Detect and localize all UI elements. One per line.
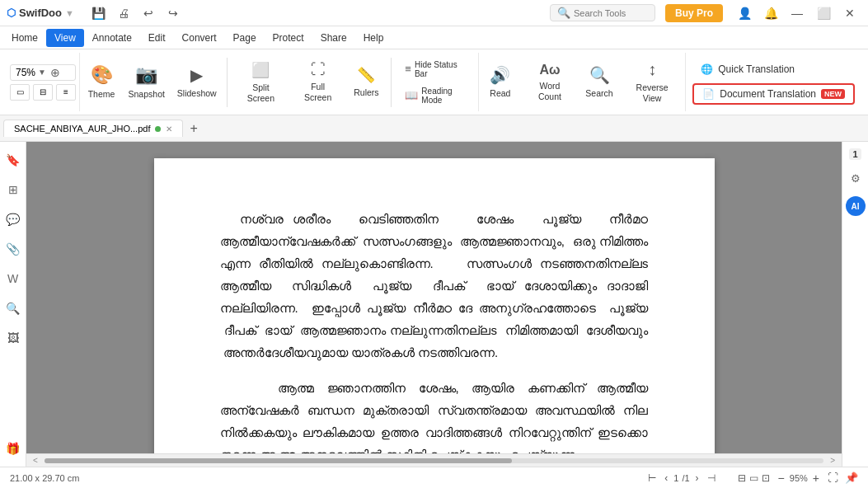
split-screen-icon: ⬜: [251, 61, 270, 79]
sidebar-comments-icon[interactable]: 💬: [2, 208, 25, 231]
menu-home[interactable]: Home: [3, 29, 46, 47]
prev-page-btn[interactable]: ‹: [662, 472, 670, 484]
pdf-scroll[interactable]: നശ്വര ശരീരം വെടിഞ്ഞതിന ശേഷം പൂജ്യ നീർമഠ …: [26, 142, 842, 453]
notifications-btn[interactable]: 🔔: [759, 2, 782, 25]
menu-convert[interactable]: Convert: [174, 29, 225, 47]
buy-pro-button[interactable]: Buy Pro: [665, 4, 723, 22]
sidebar-text-icon[interactable]: W: [2, 267, 25, 290]
menu-edit[interactable]: Edit: [140, 29, 174, 47]
sidebar-image-icon[interactable]: 🖼: [2, 326, 25, 350]
zoom-out-btn[interactable]: −: [777, 472, 786, 485]
horizontal-scrollbar[interactable]: < >: [26, 453, 842, 467]
snapshot-icon: 📷: [135, 64, 157, 86]
read-button[interactable]: 🔊 Read: [481, 54, 520, 110]
rulers-label: Rulers: [354, 87, 378, 98]
right-sidebar: 1 ⚙ AI: [842, 142, 868, 467]
status-bar: 21.00 x 29.70 cm ⊢ ‹ 1 /1 › ⊣ ⊟ ▭ ⊡ − 95…: [0, 467, 868, 488]
rulers-icon: 📏: [357, 66, 375, 84]
sidebar-filter-icon[interactable]: ⚙: [844, 167, 867, 190]
redo-btn[interactable]: ↪: [162, 2, 185, 25]
sidebar-search-icon[interactable]: 🔍: [2, 297, 25, 320]
zoom-in-icon[interactable]: ⊕: [50, 66, 60, 79]
reading-mode-button[interactable]: 📖 Reading Mode: [400, 85, 475, 106]
reading-mode-icon: 📖: [405, 89, 418, 101]
hide-status-bar-icon: ≡: [405, 63, 411, 75]
document-tab[interactable]: SACHE_ANBIYA_AUR_JHO...pdf ✕: [3, 120, 183, 137]
document-translation-label: Document Translation: [720, 88, 816, 100]
save-btn[interactable]: 💾: [87, 2, 110, 25]
word-count-button[interactable]: Aω Word Count: [522, 54, 578, 110]
theme-button[interactable]: 🎨 Theme: [82, 54, 121, 110]
hide-status-bar-button[interactable]: ≡ Hide Status Bar: [400, 59, 475, 80]
expand-btn[interactable]: ⛶: [828, 472, 838, 484]
quick-translation-label: Quick Translation: [718, 63, 795, 75]
current-page: 1: [673, 473, 678, 483]
window-controls: 🔍 Buy Pro 👤 🔔 — ⬜ ✕: [550, 2, 861, 25]
page-navigation: ⊢ ‹ 1 /1 › ⊣: [645, 472, 717, 484]
toolbar-divider-2: [391, 58, 392, 107]
scroll-right-btn[interactable]: >: [830, 456, 835, 465]
search-label: Search: [585, 88, 612, 99]
undo-btn[interactable]: ↩: [137, 2, 160, 25]
read-icon: 🔊: [490, 65, 510, 85]
menu-protect[interactable]: Protect: [265, 29, 312, 47]
toolbar: 75% ▼ ⊕ ▭ ⊟ ≡ 🎨 Theme 📷 Snapshot ▶ Slide…: [0, 49, 868, 115]
quick-translation-button[interactable]: 🌐 Quick Translation: [692, 60, 855, 78]
zoom-selector[interactable]: 75% ▼ ⊕: [10, 64, 76, 81]
document-translation-button[interactable]: 📄 Document Translation NEW: [692, 83, 855, 105]
sidebar-gift-icon[interactable]: 🎁: [2, 437, 25, 460]
app-logo[interactable]: ⬡ SwifDoo ▼: [7, 7, 74, 19]
sidebar-thumbnails-icon[interactable]: ⊞: [2, 178, 25, 201]
single-page-btn[interactable]: ▭: [10, 84, 30, 101]
fit-width-btn[interactable]: ⊟: [738, 472, 746, 484]
zoom-in-btn[interactable]: +: [811, 472, 821, 485]
theme-label: Theme: [88, 89, 115, 100]
sidebar-attachment-icon[interactable]: 📎: [2, 237, 25, 260]
print-btn[interactable]: 🖨: [112, 2, 135, 25]
search-button[interactable]: 🔍 Search: [579, 54, 619, 110]
hide-status-bar-label: Hide Status Bar: [415, 60, 470, 78]
reverse-view-icon: ↕: [648, 60, 656, 79]
actual-size-btn[interactable]: ⊡: [762, 472, 770, 484]
split-screen-label: Split Screen: [239, 82, 283, 103]
fit-page-btn[interactable]: ▭: [749, 472, 758, 484]
search-input[interactable]: [574, 8, 648, 18]
last-page-btn[interactable]: ⊣: [705, 472, 718, 484]
slideshow-button[interactable]: ▶ Slideshow: [171, 54, 222, 110]
pdf-paragraph-1: നശ്വര ശരീരം വെടിഞ്ഞതിന ശേഷം പൂജ്യ നീർമഠ …: [220, 208, 649, 364]
full-screen-button[interactable]: ⛶ Full Screen: [291, 54, 345, 110]
menu-page[interactable]: Page: [225, 29, 265, 47]
pin-btn[interactable]: 📌: [845, 472, 858, 484]
tab-close-btn[interactable]: ✕: [166, 124, 172, 134]
word-count-icon: Aω: [539, 63, 560, 77]
reading-mode-label: Reading Mode: [421, 87, 470, 105]
sidebar-bookmark-icon[interactable]: 🔖: [2, 148, 25, 171]
add-tab-button[interactable]: +: [183, 118, 204, 139]
scroll-left-btn[interactable]: <: [33, 456, 38, 465]
close-btn[interactable]: ✕: [838, 2, 861, 25]
menu-help[interactable]: Help: [355, 29, 392, 47]
left-sidebar: 🔖 ⊞ 💬 📎 W 🔍 🖼 🎁: [0, 142, 26, 467]
scroll-page-btn[interactable]: ≡: [56, 84, 76, 101]
ai-assistant-button[interactable]: AI: [846, 196, 866, 216]
rulers-button[interactable]: 📏 Rulers: [346, 54, 386, 110]
new-badge: NEW: [821, 89, 845, 99]
quick-translation-icon: 🌐: [701, 63, 713, 75]
menu-annotate[interactable]: Annotate: [84, 29, 140, 47]
menu-bar: Home View Annotate Edit Convert Page Pro…: [0, 26, 868, 49]
double-page-btn[interactable]: ⊟: [33, 84, 53, 101]
minimize-btn[interactable]: —: [786, 2, 809, 25]
total-pages: /1: [682, 473, 689, 483]
reverse-view-button[interactable]: ↕ Reverse View: [621, 54, 683, 110]
zoom-value: 75%: [16, 67, 35, 78]
next-page-btn[interactable]: ›: [693, 472, 701, 484]
first-page-btn[interactable]: ⊢: [645, 472, 659, 484]
profile-btn[interactable]: 👤: [733, 2, 756, 25]
zoom-bar: − 95% +: [777, 472, 821, 485]
menu-view[interactable]: View: [46, 29, 84, 47]
menu-share[interactable]: Share: [312, 29, 355, 47]
zoom-level: 95%: [790, 473, 808, 483]
maximize-btn[interactable]: ⬜: [812, 2, 835, 25]
split-screen-button[interactable]: ⬜ Split Screen: [232, 54, 289, 110]
snapshot-button[interactable]: 📷 Snapshot: [123, 54, 170, 110]
